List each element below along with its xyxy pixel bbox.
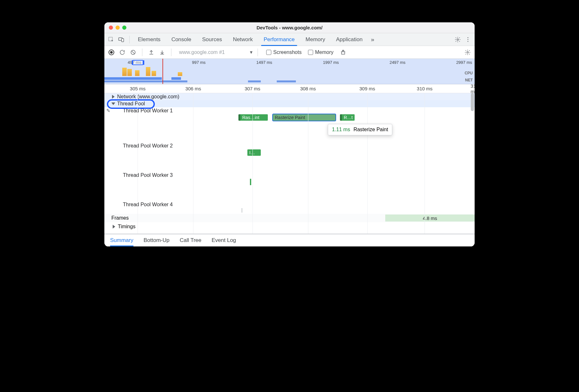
track-timings[interactable]: Timings	[104, 222, 475, 231]
tab-elements[interactable]: Elements	[133, 33, 165, 46]
ruler-tick: 308 ms	[300, 86, 316, 91]
task-tooltip: 1.11 ms Rasterize Paint	[328, 124, 392, 135]
cpu-activity	[104, 63, 187, 76]
overview-handle-right[interactable]	[143, 60, 144, 65]
net-bar	[248, 80, 261, 82]
frames-label: Frames	[111, 215, 129, 221]
titlebar: DevTools - www.google.com/	[104, 22, 475, 33]
tab-label: Event Log	[212, 237, 236, 244]
tab-label: Application	[336, 36, 363, 43]
flame-task[interactable]: Ras…int	[238, 114, 268, 121]
settings-gear-icon[interactable]	[454, 35, 462, 44]
close-window-button[interactable]	[109, 26, 113, 30]
overview-window[interactable]	[132, 60, 143, 65]
tab-label: Network	[233, 36, 253, 43]
ruler-tick: 306 ms	[185, 86, 201, 91]
net-lane-label: NET	[465, 78, 473, 82]
net-bar	[104, 80, 187, 82]
tab-label: Performance	[264, 36, 295, 43]
gridline	[252, 93, 253, 234]
ruler-tick: 309 ms	[359, 86, 375, 91]
profile-selector[interactable]: www.google.com #1 ▾	[179, 49, 252, 55]
overflow-glyph: »	[371, 36, 374, 43]
disclosure-triangle-icon[interactable]	[112, 95, 115, 99]
worker-1-lane[interactable]: R…tRasterize PaintRas…int 1.11 ms Raster…	[104, 114, 475, 142]
worker-label: Thread Pool Worker 1	[123, 108, 173, 114]
screenshots-checkbox[interactable]: Screenshots	[266, 49, 302, 55]
gridline	[308, 93, 308, 234]
svg-point-6	[468, 41, 469, 42]
tick-label: 1497 ms	[256, 60, 272, 65]
vertical-scrollbar[interactable]	[471, 93, 474, 111]
track-worker-1[interactable]: ✎ Thread Pool Worker 1	[104, 107, 475, 114]
kebab-menu-icon[interactable]	[464, 35, 472, 44]
clear-button[interactable]	[129, 49, 137, 56]
flame-task[interactable]: R…t	[340, 114, 355, 121]
svg-point-3	[457, 39, 459, 40]
timeline-overview[interactable]: 497 ms 997 ms 1497 ms 1997 ms 2497 ms 29…	[104, 59, 475, 84]
tab-label: Call Tree	[180, 237, 201, 244]
capture-settings-gear-icon[interactable]	[464, 49, 471, 56]
track-frames[interactable]: Frames 4.8 ms	[104, 214, 475, 222]
tab-label: Elements	[138, 36, 161, 43]
tick-label: 1997 ms	[323, 60, 339, 65]
divider	[142, 49, 142, 56]
tooltip-duration: 1.11 ms	[332, 127, 350, 132]
ruler-tick: 311 ms	[470, 83, 475, 94]
tab-event-log[interactable]: Event Log	[212, 234, 236, 246]
overview-bar	[104, 77, 162, 80]
tab-memory[interactable]: Memory	[301, 33, 329, 46]
task-sliver[interactable]	[250, 179, 251, 185]
tab-sources[interactable]: Sources	[198, 33, 226, 46]
tab-performance[interactable]: Performance	[259, 33, 299, 46]
tab-application[interactable]: Application	[332, 33, 367, 46]
flame-ruler[interactable]: 305 ms306 ms307 ms308 ms309 ms310 ms311 …	[104, 84, 475, 93]
disclosure-triangle-icon[interactable]	[111, 102, 115, 105]
tab-summary[interactable]: Summary	[110, 234, 133, 246]
minimize-window-button[interactable]	[116, 26, 120, 30]
tab-bottom-up[interactable]: Bottom-Up	[144, 234, 169, 246]
tick-label: 2497 ms	[389, 60, 405, 65]
load-profile-icon[interactable]	[147, 49, 155, 56]
ruler-tick: 307 ms	[244, 86, 260, 91]
device-toolbar-icon[interactable]	[117, 35, 125, 44]
save-profile-icon[interactable]	[158, 49, 166, 56]
track-network[interactable]: Network (www.google.com)	[104, 93, 475, 100]
track-worker-2[interactable]: Thread Pool Worker 2	[104, 142, 475, 149]
flame-chart-pane[interactable]: Network (www.google.com) Thread Pool ✎ T…	[104, 93, 475, 234]
ruler-tick: 305 ms	[130, 86, 146, 91]
track-worker-3[interactable]: Thread Pool Worker 3	[104, 172, 475, 179]
flame-task[interactable]: Rasterize Paint	[273, 114, 335, 121]
overview-handle-left[interactable]	[132, 60, 133, 65]
checkbox-label: Memory	[315, 49, 334, 55]
divider	[129, 36, 130, 43]
tabs-overflow-button[interactable]: »	[369, 33, 376, 46]
tick-label: 997 ms	[192, 60, 206, 65]
svg-point-4	[468, 37, 469, 38]
chevron-down-icon: ▾	[250, 49, 252, 55]
disclosure-triangle-icon[interactable]	[113, 225, 115, 229]
memory-checkbox[interactable]: Memory	[308, 49, 334, 55]
track-label: Network (www.google.com)	[117, 94, 179, 100]
flame-task[interactable]: I…	[247, 149, 261, 156]
tab-call-tree[interactable]: Call Tree	[180, 234, 201, 246]
garbage-collect-icon[interactable]	[339, 49, 347, 56]
tab-console[interactable]: Console	[167, 33, 196, 46]
window-title: DevTools - www.google.com/	[104, 25, 475, 30]
worker-label: Thread Pool Worker 3	[123, 172, 173, 178]
track-worker-4[interactable]: Thread Pool Worker 4	[104, 201, 475, 208]
frame-bar[interactable]: 4.8 ms	[385, 215, 475, 222]
tab-label: Sources	[202, 36, 222, 43]
task-sliver[interactable]	[242, 208, 242, 213]
record-button[interactable]	[108, 49, 115, 56]
tab-network[interactable]: Network	[229, 33, 257, 46]
reload-record-button[interactable]	[118, 49, 126, 56]
tab-label: Summary	[110, 237, 133, 244]
worker-3-lane[interactable]	[104, 179, 475, 201]
worker-2-lane[interactable]: I…	[104, 149, 475, 172]
worker-4-lane[interactable]	[104, 208, 475, 214]
edit-icon[interactable]: ✎	[106, 108, 110, 114]
zoom-window-button[interactable]	[122, 26, 126, 30]
track-thread-pool[interactable]: Thread Pool	[104, 100, 475, 107]
inspect-element-icon[interactable]	[107, 35, 115, 44]
